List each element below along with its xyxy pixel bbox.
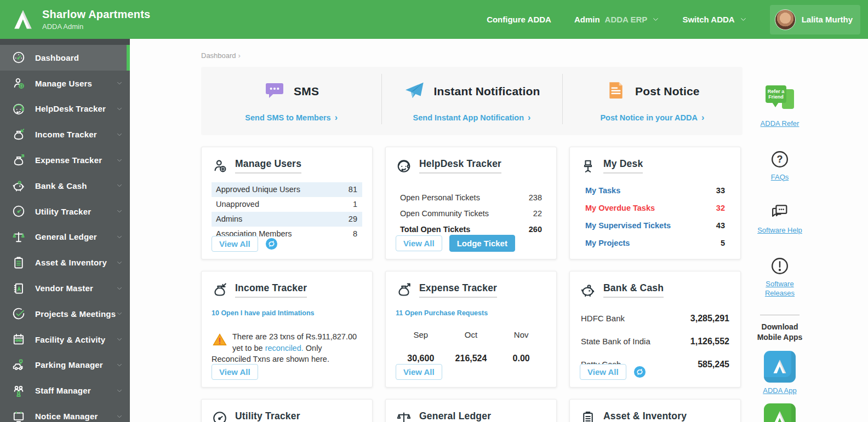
download-apps-heading: Download Mobile Apps <box>756 322 803 343</box>
chevron-down-icon <box>740 16 747 23</box>
reconcile-warning: There are 23 txns of Rs.911,827.00 yet t… <box>212 331 362 365</box>
chevron-down-icon <box>116 362 123 368</box>
card-title: Income Tracker <box>235 282 307 298</box>
list-item[interactable]: My Overdue Tasks32 <box>580 199 730 217</box>
post-notice-link[interactable]: Post Notice in your ADDA› <box>600 113 704 123</box>
user-menu[interactable]: Lalita Murthy <box>770 5 860 34</box>
general-ledger-card: General Ledger <box>385 399 557 422</box>
refer-a-friend-icon[interactable]: Refer aFriend <box>764 84 795 115</box>
admin-erp-dropdown[interactable]: Admin ADDA ERP <box>574 15 659 24</box>
list-item[interactable]: My Tasks33 <box>580 182 730 199</box>
sidebar-item-label: Vendor Master <box>35 284 93 293</box>
sidebar-item-general-ledger[interactable]: General Ledger <box>0 224 130 250</box>
card-title: Manage Users <box>235 158 301 174</box>
warning-icon <box>212 332 228 348</box>
configure-adda-link[interactable]: Configure ADDA <box>487 15 551 24</box>
send-sms-link[interactable]: Send SMS to Members› <box>245 113 338 123</box>
software-help-link[interactable]: Software Help <box>757 226 802 235</box>
faq-icon[interactable]: ? <box>770 149 790 169</box>
view-all-button[interactable]: View All <box>212 364 258 380</box>
sidebar-item-utility-tracker[interactable]: Utility Tracker <box>0 199 130 224</box>
gauge-icon <box>212 410 228 422</box>
sidebar-item-asset-inventory[interactable]: Asset & Inventory <box>0 250 130 275</box>
sidebar-item-notice-manager[interactable]: Notice Manager <box>0 403 130 422</box>
adda-refer-link[interactable]: ADDA Refer <box>761 119 800 129</box>
adda-logo-icon <box>771 358 789 375</box>
dashboard-icon <box>12 50 27 65</box>
sidebar-item-label: General Ledger <box>35 232 97 241</box>
refresh-icon[interactable] <box>265 238 278 250</box>
month-label: Nov <box>496 330 546 339</box>
view-all-button[interactable]: View All <box>580 364 626 380</box>
open-intimations-link[interactable]: 10 Open I have paid Intimations <box>212 309 362 317</box>
adda-logo-icon <box>11 8 35 32</box>
sidebar-item-staff-manager[interactable]: Staff Manager <box>0 378 130 403</box>
clipboard-icon <box>12 256 27 270</box>
view-all-button[interactable]: View All <box>396 235 442 251</box>
admin-app-tile[interactable]: ADMIN <box>764 403 796 422</box>
table-row: State Bank of India1,126,552 <box>580 330 730 353</box>
helpdesk-icon <box>12 102 27 116</box>
send-notification-link[interactable]: Send Instant App Notification› <box>413 113 531 123</box>
sidebar-item-helpdesk-tracker[interactable]: HelpDesk Tracker <box>0 96 130 122</box>
reconciled-link[interactable]: reconciled. <box>265 344 304 352</box>
faqs-link[interactable]: FAQs <box>771 172 789 182</box>
card-title: Utility Tracker <box>235 411 300 422</box>
piggy-icon <box>12 178 27 193</box>
sidebar-item-parking-manager[interactable]: Parking Manager <box>0 352 130 378</box>
sidebar-item-label: Asset & Inventory <box>35 258 107 267</box>
manage-users-card: Manage Users Approved Unique Users81 Una… <box>201 147 373 259</box>
sidebar-item-dashboard[interactable]: Dashboard <box>0 45 130 71</box>
adda-app-link[interactable]: ADDA App <box>763 386 796 396</box>
instant-notification-section: Instant Notification Send Instant App No… <box>381 79 562 123</box>
sidebar-item-label: Bank & Cash <box>35 181 87 190</box>
app-name: ADDA Admin <box>42 22 150 31</box>
sidebar-item-income-tracker[interactable]: Income Tracker <box>0 122 130 147</box>
notice-doc-icon <box>605 79 627 103</box>
sidebar-item-label: Parking Manager <box>35 360 103 369</box>
table-row: Open Community Tickets22 <box>396 205 546 221</box>
adda-app-tile[interactable] <box>764 351 796 383</box>
sms-title: SMS <box>294 85 319 98</box>
desk-chair-icon <box>580 158 596 174</box>
view-all-button[interactable]: View All <box>212 236 258 252</box>
open-purchase-requests-link[interactable]: 11 Open Purchase Requests <box>396 309 546 317</box>
list-item[interactable]: My Projects5 <box>580 234 730 252</box>
sidebar-top-strip <box>0 39 130 45</box>
income-icon <box>12 128 27 142</box>
software-releases-link[interactable]: Software Releases <box>760 279 800 298</box>
software-releases-icon[interactable] <box>770 256 790 276</box>
sidebar-item-label: Facility & Activity <box>35 335 105 344</box>
switch-adda-dropdown[interactable]: Switch ADDA <box>682 15 746 24</box>
manage-users-icon <box>12 76 27 90</box>
refresh-icon[interactable] <box>633 366 646 378</box>
calendar-icon <box>12 332 27 346</box>
expense-icon <box>396 282 412 298</box>
view-all-button[interactable]: View All <box>396 364 442 380</box>
sidebar-item-vendor-master[interactable]: Vendor Master <box>0 275 130 301</box>
sidebar-item-expense-tracker[interactable]: Expense Tracker <box>0 147 130 173</box>
app-header: Sharlow Apartments ADDA Admin Configure … <box>0 0 868 39</box>
software-help-icon[interactable] <box>770 203 790 222</box>
sidebar-item-label: Notice Manager <box>35 412 98 421</box>
lodge-ticket-button[interactable]: Lodge Ticket <box>449 235 515 252</box>
sidebar-item-bank-cash[interactable]: Bank & Cash <box>0 173 130 199</box>
instant-notification-title: Instant Notification <box>433 85 540 98</box>
chevron-down-icon <box>116 388 123 394</box>
table-row: HDFC Bank3,285,291 <box>580 307 730 330</box>
divider <box>760 315 800 315</box>
chevron-down-icon <box>116 80 123 86</box>
sms-bubble-icon <box>264 79 285 103</box>
sidebar-item-projects-meetings[interactable]: Projects & Meetings <box>0 301 130 327</box>
table-row: Open Personal Tickets238 <box>396 189 546 205</box>
svg-text:?: ? <box>777 154 783 165</box>
list-item[interactable]: My Supervised Tickets43 <box>580 217 730 234</box>
sidebar-item-label: HelpDesk Tracker <box>35 104 106 113</box>
chevron-down-icon <box>116 106 123 112</box>
sms-section: SMS Send SMS to Members› <box>201 79 381 123</box>
sidebar-item-facility-activity[interactable]: Facility & Activity <box>0 327 130 352</box>
bank-cash-card: Bank & Cash HDFC Bank3,285,291 State Ban… <box>569 271 741 388</box>
breadcrumb[interactable]: Dashboard› <box>201 51 868 60</box>
sidebar-item-manage-users[interactable]: Manage Users <box>0 71 130 96</box>
admin-value: ADDA ERP <box>605 15 648 24</box>
